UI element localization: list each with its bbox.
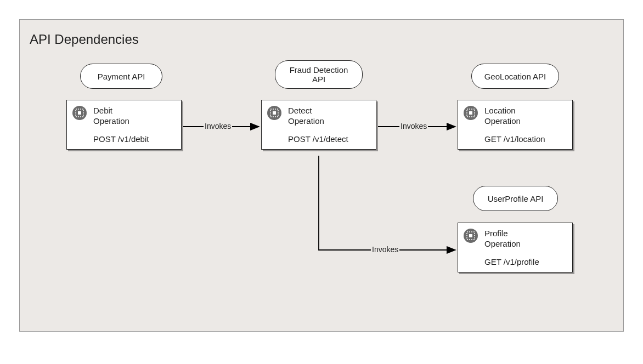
api-operation-icon <box>464 106 478 120</box>
svg-rect-2 <box>78 111 81 115</box>
operation-card-profile: Profile Operation GET /v1/profile <box>458 223 573 272</box>
svg-rect-11 <box>469 234 472 237</box>
api-label-fraud: Fraud Detection API <box>275 60 363 89</box>
operation-title: Profile Operation <box>484 229 566 249</box>
edge-label-invokes: Invokes <box>204 122 232 130</box>
operation-title: Debit Operation <box>93 106 174 127</box>
operation-endpoint: POST /v1/debit <box>93 134 174 144</box>
operation-card-debit: Debit Operation POST /v1/debit <box>66 100 182 150</box>
api-operation-icon <box>464 229 478 243</box>
operation-endpoint: GET /v1/profile <box>484 257 566 266</box>
operation-title: Detect Operation <box>288 106 369 127</box>
api-label-user: UserProfile API <box>473 186 558 211</box>
diagram-title: API Dependencies <box>30 32 139 47</box>
operation-endpoint: GET /v1/location <box>484 134 566 144</box>
edge-label-invokes: Invokes <box>371 245 399 254</box>
operation-card-location: Location Operation GET /v1/location <box>458 100 573 150</box>
svg-rect-8 <box>469 111 472 115</box>
diagram-container: API Dependencies Payment API Fraud Detec… <box>19 19 624 332</box>
operation-title: Location Operation <box>484 106 566 127</box>
api-operation-icon <box>267 106 281 120</box>
api-label-geo: GeoLocation API <box>471 64 559 89</box>
edge-label-invokes: Invokes <box>399 122 428 130</box>
operation-card-detect: Detect Operation POST /v1/detect <box>261 100 376 150</box>
api-operation-icon <box>72 106 87 120</box>
api-label-payment: Payment API <box>80 64 162 89</box>
svg-rect-5 <box>273 111 276 115</box>
operation-endpoint: POST /v1/detect <box>288 134 369 144</box>
